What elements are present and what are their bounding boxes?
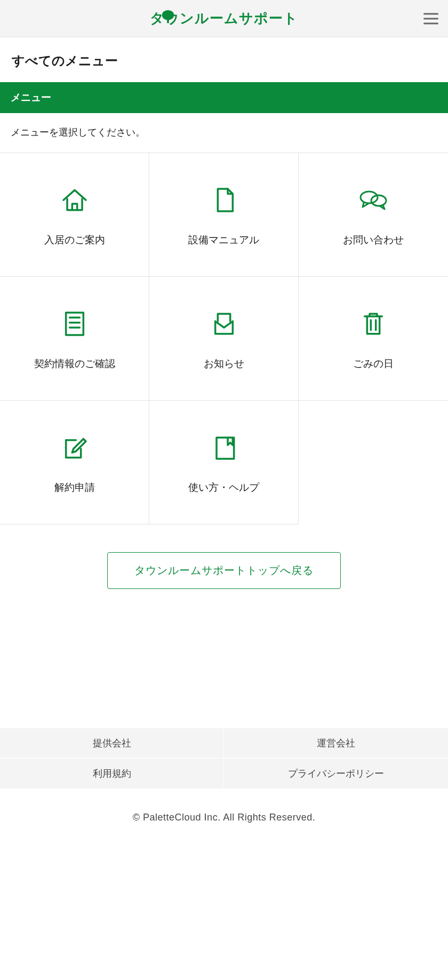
menu-label: 契約情報のご確認 (34, 357, 115, 371)
svg-point-2 (361, 192, 378, 203)
footer-link-privacy[interactable]: プライバシーポリシー (224, 758, 448, 788)
list-icon (58, 307, 92, 341)
tree-icon (160, 9, 176, 27)
menu-label: お知らせ (204, 357, 244, 371)
menu-item-help[interactable]: 使い方・ヘルプ (149, 401, 299, 524)
edit-icon (58, 431, 92, 465)
footer: 提供会社 運営会社 利用規約 プライバシーポリシー © PaletteCloud… (0, 728, 448, 850)
menu-item-contract[interactable]: 契約情報のご確認 (0, 277, 149, 401)
menu-label: 解約申請 (54, 481, 95, 495)
svg-point-3 (371, 195, 386, 206)
footer-link-provider[interactable]: 提供会社 (0, 728, 224, 758)
footer-link-terms[interactable]: 利用規約 (0, 758, 224, 788)
menu-item-guide[interactable]: 入居のご案内 (0, 153, 149, 277)
menu-label: 入居のご案内 (44, 233, 105, 247)
instruction: メニューを選択してください。 (0, 113, 448, 153)
back-to-top-button[interactable]: タウンルームサポートトップへ戻る (107, 552, 341, 589)
book-icon (207, 431, 241, 465)
hamburger-icon[interactable] (423, 10, 438, 27)
menu-label: 設備マニュアル (188, 233, 259, 247)
menu-item-garbage[interactable]: ごみの日 (299, 277, 448, 401)
document-icon (207, 183, 241, 217)
trash-icon (356, 307, 390, 341)
footer-links: 提供会社 運営会社 利用規約 プライバシーポリシー (0, 728, 448, 788)
svg-rect-4 (66, 313, 83, 335)
menu-item-news[interactable]: お知らせ (149, 277, 299, 401)
menu-item-cancel[interactable]: 解約申請 (0, 401, 149, 524)
menu-label: ごみの日 (353, 357, 394, 371)
copyright: © PaletteCloud Inc. All Rights Reserved. (0, 788, 448, 850)
svg-rect-1 (167, 18, 169, 23)
back-button-wrap: タウンルームサポートトップへ戻る (0, 524, 448, 589)
house-icon (58, 183, 92, 217)
footer-link-operator[interactable]: 運営会社 (224, 728, 448, 758)
menu-item-manual[interactable]: 設備マニュアル (149, 153, 299, 277)
mail-icon (207, 307, 241, 341)
menu-item-empty (299, 401, 448, 524)
menu-grid: 入居のご案内 設備マニュアル お問い合わせ (0, 153, 448, 524)
page-title: すべてのメニュー (0, 37, 448, 82)
section-banner: メニュー (0, 82, 448, 113)
top-bar: タウンルームサポート (0, 0, 448, 37)
menu-item-contact[interactable]: お問い合わせ (299, 153, 448, 277)
menu-label: 使い方・ヘルプ (188, 481, 259, 495)
menu-label: お問い合わせ (343, 233, 404, 247)
svg-rect-10 (217, 437, 234, 459)
chat-icon (356, 183, 390, 217)
